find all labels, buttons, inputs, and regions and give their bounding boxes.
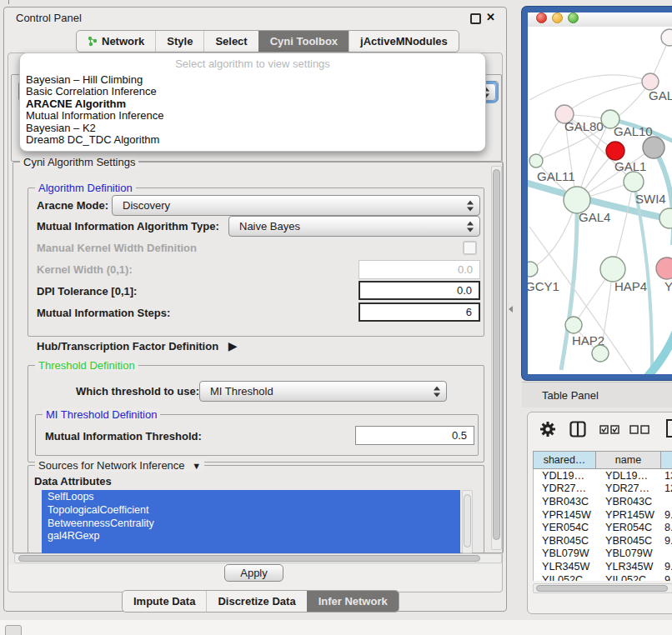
column-header-name[interactable]: name [596,451,661,469]
table-cell: YLR345W [534,561,597,572]
minimize-traffic-light-icon[interactable] [552,12,563,23]
network-window-titlebar[interactable] [528,12,672,28]
table-row-2[interactable]: YBR043CYBR043C [534,495,672,508]
aracne-mode-spinner-icon [467,200,474,211]
bottom-strip [0,620,672,635]
bottom-tab-infer-network-label: Infer Network [318,595,388,608]
tab-select[interactable]: Select [203,31,258,52]
table-row-5[interactable]: YBR045CYBR045C9. [534,534,672,548]
network-canvas[interactable]: GAL7GAL80GAL10GAL1GAL11SWI4GAL4GCY1HAP4Y… [528,27,672,374]
tab-style-label: Style [167,35,193,48]
node-label-gal80: GAL80 [564,119,604,133]
dpi-tolerance-field[interactable]: 0.0 [359,281,480,300]
settings-vscrollbar-thumb[interactable] [493,169,500,540]
mi-steps-field[interactable]: 6 [359,302,480,322]
node-label-gal1: GAL1 [614,159,646,173]
table-row-1[interactable]: YDR27…YDR27…12 [534,482,672,496]
algorithm-option-aracne-algorithm[interactable]: ARACNE Algorithm [26,98,479,110]
splitter-collapse-icon[interactable] [509,306,513,312]
table-row-6[interactable]: YBL079WYBL079W [534,548,672,561]
algorithm-option-dream8-dc-tdc-algorithm[interactable]: Dream8 DC_TDC Algorithm [26,134,479,146]
tab-style[interactable]: Style [155,31,203,52]
table-hscrollbar-thumb[interactable] [536,585,668,592]
table-cell: YBR045C [534,535,597,547]
table-row-0[interactable]: YDL19…YDL19…13 [534,469,672,482]
column-header-shared[interactable]: shared… [533,451,596,469]
manual-kernel-label: Manual Kernel Width Definition [37,242,197,254]
corner-grip-button[interactable] [5,625,22,635]
network-node-swi4[interactable] [659,208,672,228]
attributes-scrollbar-thumb[interactable] [464,494,471,548]
aracne-mode-combo[interactable]: Discovery [112,195,480,216]
settings-horizontal-scrollbar[interactable] [14,553,502,563]
select-all-checkboxes-icon[interactable] [599,425,619,434]
manual-kernel-checkbox[interactable] [463,241,477,255]
hub-definition-expander[interactable]: Hub/Transcription Factor Definition ▶ [37,339,238,352]
table-cell: YPR145W [597,509,662,521]
network-node-gal7[interactable] [642,73,659,90]
attribute-item-betweennesscentrality[interactable]: BetweennessCentrality [42,518,460,531]
network-node-hap4[interactable] [600,257,625,282]
network-node[interactable] [592,345,609,362]
algorithm-option-bayesian-hill-climbing[interactable]: Bayesian – Hill Climbing [26,74,479,86]
deselect-all-checkboxes-icon[interactable] [629,425,649,434]
sources-legend[interactable]: Sources for Network Inference ▼ [35,459,204,472]
kernel-width-field[interactable]: 0.0 [359,260,480,279]
settings-vertical-scrollbar[interactable] [491,166,502,550]
algorithm-option-bayesian-k2[interactable]: Bayesian – K2 [26,122,479,134]
tab-jactivemnodules-label: jActiveMNodules [360,35,448,48]
expander-right-arrow-icon: ▶ [228,339,238,352]
network-node-gcy1[interactable] [528,262,538,277]
expander-down-arrow-icon: ▼ [192,461,201,471]
network-node-gal1[interactable] [624,172,644,192]
network-node-gal11[interactable] [529,154,543,168]
table-row-7[interactable]: YLR345WYLR345W9. [534,560,672,573]
algorithm-option-mutual-information-inference[interactable]: Mutual Information Inference [26,110,479,122]
algorithm-option-basic-correlation-inference[interactable]: Basic Correlation Inference [26,86,479,98]
bottom-tab-infer-network[interactable]: Infer Network [307,591,399,612]
gear-icon[interactable] [539,421,556,438]
network-node[interactable] [661,29,672,46]
mi-threshold-field[interactable]: 0.5 [355,426,474,445]
mi-type-spinner-icon [467,221,474,232]
attribute-item-gal4rgexp[interactable]: gal4RGexp [42,530,460,543]
attribute-item-selfloops[interactable]: SelfLoops [42,491,460,504]
table-row-8[interactable]: YIL052CYIL052C9. [534,573,672,581]
attribute-item-topologicalcoefficient[interactable]: TopologicalCoefficient [42,504,460,518]
mi-type-combo[interactable]: Naive Bayes [228,216,480,237]
bottom-tab-discretize-data[interactable]: Discretize Data [206,591,306,612]
tab-network[interactable]: Network [77,31,155,52]
attributes-list-scrollbar[interactable] [462,490,473,553]
table-row-4[interactable]: YER054CYER054C8. [534,521,672,534]
float-window-icon[interactable] [470,13,481,24]
zoom-traffic-light-icon[interactable] [568,12,579,23]
table-panel: shared…nameA YDL19…YDL19…13YDR27…YDR27…1… [527,412,672,614]
mi-steps-label: Mutual Information Steps: [37,307,170,319]
close-window-icon[interactable]: ✕ [486,11,495,23]
table-cell: YER054C [597,522,662,533]
table-horizontal-scrollbar[interactable] [533,583,672,593]
apply-button[interactable]: Apply [224,564,283,582]
column-header-a[interactable]: A [661,451,672,469]
table-cell: 9. [662,535,672,547]
network-node-hap2[interactable] [565,317,582,333]
network-node[interactable] [643,137,664,158]
which-threshold-combo[interactable]: MI Threshold [199,381,447,402]
table-cell: 12 [662,482,672,494]
table-cell: YBL079W [597,548,662,559]
network-node[interactable] [606,142,624,160]
which-threshold-value: MI Threshold [210,385,273,398]
settings-hscrollbar-thumb[interactable] [18,555,480,562]
bottom-tab-impute-data[interactable]: Impute Data [123,591,206,612]
table-cell: YBR043C [534,496,597,508]
document-icon[interactable] [666,419,672,438]
sources-legend-label: Sources for Network Inference [38,459,185,472]
tab-jactivemnodules[interactable]: jActiveMNodules [349,31,459,52]
column-layout-icon[interactable] [569,421,586,438]
tab-cyni-toolbox[interactable]: Cyni Toolbox [258,31,349,52]
bottom-tab-impute-data-label: Impute Data [133,595,195,608]
close-traffic-light-icon[interactable] [536,12,547,23]
table-row-3[interactable]: YPR145WYPR145W9. [534,508,672,522]
network-node-y[interactable] [656,258,672,279]
which-threshold-spinner-icon [434,386,441,397]
